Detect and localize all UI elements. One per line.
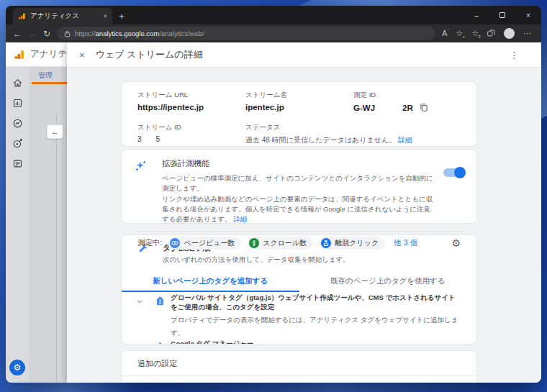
url-host: analytics.google.com: [96, 29, 160, 37]
gtm-item-text: Google タグ マネージャー ウェブ インターフェースからタグを追加したり管…: [171, 339, 468, 345]
admin-tab[interactable]: 管理: [38, 70, 53, 81]
gtag-item-desc: プロパティでデータの表示を開始するには、アナリティクス タグをウェブサイトに追加…: [171, 316, 458, 337]
lock-icon: [64, 30, 71, 37]
analytics-page: アナリティクス ⚙: [6, 42, 541, 383]
tag-setup-subtitle: 次のいずれかの方法を使用して、データ収集を開始します。: [163, 255, 350, 265]
more-badges-link[interactable]: 他 3 個: [394, 238, 417, 248]
stream-id-label: ストリーム ID: [137, 123, 245, 132]
additional-settings-title: 追加の設定: [122, 358, 476, 369]
window-controls: – ×: [464, 6, 541, 24]
dialog-body: ストリーム URL https://ipentec.jp ストリーム名 ipen…: [67, 67, 541, 383]
stream-info-card: ストリーム URL https://ipentec.jp ストリーム名 ipen…: [121, 81, 477, 147]
enhanced-details-link[interactable]: 詳細: [233, 215, 247, 223]
read-aloud-icon[interactable]: Aˆ: [442, 29, 447, 37]
stream-name-label: ストリーム名: [245, 91, 353, 100]
stream-url-field: ストリーム URL https://ipentec.jp: [137, 91, 245, 112]
analytics-favicon-icon: [18, 12, 26, 20]
status-text: 過去 48 時間に受信したデータはありません。: [245, 136, 396, 144]
forward-button[interactable]: →: [28, 29, 37, 38]
additional-settings-card: 追加の設定 <··> 接続済みのサイトタグ このストリームのページ上のグローバル…: [121, 350, 477, 383]
gtag-item-title: グローバル サイトタグ（gtag.js）ウェブサイト作成ツールや、CMS でホス…: [171, 293, 462, 312]
panel-divider: [56, 111, 57, 383]
badge-scrolls: スクロール数: [247, 237, 313, 250]
status-field: ステータス 過去 48 時間に受信したデータはありません。 詳細: [245, 123, 461, 145]
nav-reports-icon[interactable]: [10, 96, 24, 109]
dialog-header: × ウェブ ストリームの詳細 ⋮: [67, 42, 541, 67]
tab-use-existing-tag[interactable]: 既存のページ上のタグを使用する: [299, 271, 477, 292]
minimize-button[interactable]: –: [464, 6, 489, 24]
toolbar-right-icons: Aˆ ☆+ ☆≡ ⋯: [442, 28, 534, 39]
connected-site-tags-row[interactable]: <··> 接続済みのサイトタグ このストリームのページ上のグローバル サイトタグ…: [122, 376, 476, 383]
description-line-1: ページビューの標準測定に加え、サイトのコンテンツとのインタラクションを自動的に測…: [162, 173, 433, 194]
browser-toolbar: ← → ↻ https://analytics.google.com/analy…: [6, 24, 541, 42]
status-details-link[interactable]: 詳細: [398, 136, 412, 144]
nav-rail: ⚙: [6, 67, 29, 383]
measurement-id-value-1: G-WJ: [353, 104, 375, 112]
tag-manager-icon: [149, 339, 171, 345]
badge-page-views: ページビュー数: [168, 237, 241, 250]
connected-site-tags-text: 接続済みのサイトタグ このストリームのページ上のグローバル サイトタグを使用して…: [152, 382, 397, 383]
browser-menu-icon[interactable]: ⋯: [523, 29, 531, 37]
enhanced-measurement-card: 拡張計測機能 ページビューの標準測定に加え、サイトのコンテンツとのインタラクショ…: [121, 149, 477, 224]
stream-url-label: ストリーム URL: [137, 91, 245, 100]
admin-page-strip: 管理 ←: [29, 67, 67, 383]
tab-close-icon[interactable]: ×: [103, 12, 107, 20]
copy-icon[interactable]: [420, 103, 428, 112]
nav-library-icon[interactable]: [10, 157, 24, 170]
desktop: アナリティクス × + – × ← → ↻ https://analytics.…: [0, 0, 547, 392]
status-label: ステータス: [245, 123, 461, 132]
dialog-close-icon[interactable]: ×: [79, 50, 85, 60]
enhanced-measurement-toggle[interactable]: [443, 168, 465, 177]
stream-name-value: ipentec.jp: [245, 103, 353, 111]
address-bar[interactable]: https://analytics.google.com/analytics/w…: [57, 27, 435, 40]
stream-name-field: ストリーム名 ipentec.jp: [245, 91, 353, 112]
measurement-id-label: 測定 ID: [353, 91, 461, 100]
collapse-panel-button[interactable]: ←: [47, 124, 63, 139]
stream-id-value-1: 3: [137, 135, 142, 143]
description-line-2: リンクや埋め込み動画などのページ上の要素のデータは、関連するイベントとともに収集…: [162, 195, 433, 224]
gtag-item-text: グローバル サイトタグ（gtag.js）ウェブサイト作成ツールや、CMS でホス…: [171, 293, 468, 338]
measuring-row: 測定中: ページビュー数 スクロー: [122, 232, 476, 254]
badge-label: スクロール数: [263, 238, 307, 248]
admin-tab-underline: [32, 82, 67, 84]
profile-avatar[interactable]: [504, 28, 515, 39]
dialog-kebab-menu-icon[interactable]: ⋮: [510, 50, 520, 60]
analytics-logo-icon: [14, 49, 25, 60]
admin-gear-button[interactable]: ⚙: [9, 360, 25, 375]
tab-title: アナリティクス: [30, 12, 99, 21]
back-button[interactable]: ←: [13, 29, 22, 38]
badge-outbound-clicks: 離脱クリック: [319, 237, 385, 250]
badge-label: ページビュー数: [184, 238, 235, 248]
enhanced-settings-gear-icon[interactable]: ⚙: [451, 238, 461, 248]
enhanced-measurement-title: 拡張計測機能: [162, 158, 433, 169]
maximize-button[interactable]: [489, 6, 515, 24]
collections-icon[interactable]: [487, 29, 495, 37]
badge-label: 離脱クリック: [335, 238, 379, 248]
stream-id-value-2: 5: [156, 135, 161, 143]
chevron-down-icon[interactable]: [130, 293, 149, 305]
browser-window: アナリティクス × + – × ← → ↻ https://analytics.…: [6, 6, 541, 383]
url-path: /analytics/web/: [159, 29, 204, 37]
eye-icon: [170, 238, 180, 248]
gtm-item[interactable]: Google タグ マネージャー ウェブ インターフェースからタグを追加したり管…: [122, 338, 476, 345]
nav-home-icon[interactable]: [10, 76, 24, 89]
favorites-bar-icon[interactable]: ☆≡: [471, 29, 479, 37]
toggle-knob: [454, 167, 466, 178]
close-window-button[interactable]: ×: [515, 6, 541, 24]
web-stream-details-dialog: × ウェブ ストリームの詳細 ⋮ ストリーム URL https://ipent…: [67, 42, 541, 383]
new-tab-button[interactable]: +: [112, 8, 131, 24]
outbound-click-icon: [321, 238, 331, 248]
reload-button[interactable]: ↻: [43, 29, 50, 38]
status-value: 過去 48 時間に受信したデータはありません。 詳細: [245, 135, 461, 145]
gtag-item[interactable]: グローバル サイトタグ（gtag.js）ウェブサイト作成ツールや、CMS でホス…: [122, 292, 476, 338]
nav-advertising-icon[interactable]: [10, 137, 24, 150]
add-favorite-icon[interactable]: ☆+: [456, 29, 463, 37]
tab-add-new-tag[interactable]: 新しいページ上のタグを追加する: [122, 271, 299, 292]
stream-info-row-1: ストリーム URL https://ipentec.jp ストリーム名 ipen…: [137, 91, 461, 112]
chevron-down-icon[interactable]: [130, 339, 149, 345]
measurement-id-value-2: 2R: [402, 104, 413, 112]
nav-explore-icon[interactable]: [10, 117, 24, 129]
browser-tab[interactable]: アナリティクス ×: [13, 8, 112, 24]
url-scheme: https://: [75, 29, 96, 37]
url-text: https://analytics.google.com/analytics/w…: [75, 29, 204, 37]
